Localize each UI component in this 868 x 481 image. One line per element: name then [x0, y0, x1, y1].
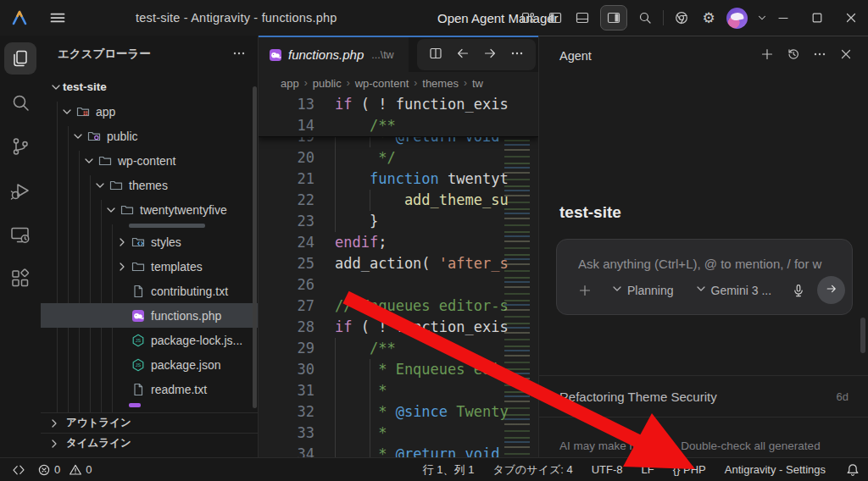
- line-number: 24: [259, 232, 314, 253]
- tree-item-label: package.json: [151, 358, 221, 372]
- line-number: 34: [259, 444, 314, 457]
- activity-extensions-icon[interactable]: [4, 263, 36, 295]
- status-tab-size[interactable]: タブのサイズ: 4: [492, 462, 572, 478]
- account-avatar[interactable]: [726, 8, 748, 29]
- status-cursor[interactable]: 行 1、列 1: [423, 462, 475, 478]
- tree-item-wp-content[interactable]: wp-content: [41, 148, 258, 173]
- tree-item-themes[interactable]: themes: [41, 173, 258, 197]
- line-number: 33: [259, 423, 314, 444]
- code-line-20: 20 */: [259, 147, 538, 169]
- activity-search-icon[interactable]: [4, 86, 36, 119]
- code-line-28: 28if ( ! function_exis: [259, 317, 538, 338]
- tree-item-public[interactable]: public: [41, 124, 258, 148]
- editor-more-actions-icon[interactable]: [510, 47, 524, 64]
- status-encoding[interactable]: UTF-8: [592, 463, 623, 476]
- toggle-bottom-panel-icon[interactable]: [573, 8, 592, 27]
- tree-item-package-lock-js-[interactable]: JSpackage-lock.js...: [41, 328, 258, 352]
- sticky-scroll: 13if ( ! function_exis14 /**: [259, 94, 538, 137]
- tree-item-functions-php[interactable]: functions.php: [41, 303, 258, 328]
- navigate-forward-icon[interactable]: [483, 47, 497, 64]
- status-language[interactable]: {} PHP: [673, 463, 706, 476]
- tab-functions-php[interactable]: functions.php ...\tw: [259, 37, 409, 72]
- breadcrumb-separator: ›: [345, 77, 352, 89]
- toggle-right-panel-icon[interactable]: [600, 5, 627, 30]
- breadcrumb-item-themes[interactable]: themes: [422, 77, 459, 90]
- tree-item-readme-txt[interactable]: readme.txt: [41, 377, 258, 401]
- breadcrumb-item-public[interactable]: public: [313, 77, 342, 90]
- code-line-33: 33 *: [259, 423, 538, 444]
- split-editor-icon[interactable]: [429, 47, 442, 64]
- line-number: 27: [259, 296, 314, 317]
- browser-icon[interactable]: [672, 8, 691, 27]
- attach-plus-icon[interactable]: [578, 284, 592, 297]
- toggle-left-panel-icon[interactable]: [546, 8, 565, 27]
- code-line-19: 19 * @return void: [259, 137, 538, 147]
- maximize-button[interactable]: [800, 0, 834, 36]
- tree-item-label: public: [107, 130, 138, 143]
- code-editor[interactable]: 13if ( ! function_exis14 /** 19 * @retur…: [259, 94, 538, 457]
- timeline-section[interactable]: タイムライン: [41, 433, 258, 453]
- code-line-22: 22 add_theme_su: [259, 190, 538, 211]
- close-panel-icon[interactable]: [839, 47, 853, 64]
- agent-input-box[interactable]: Ask anything (Ctrl+L), @ to mention, / f…: [556, 239, 853, 315]
- warning-icon: [69, 463, 82, 477]
- tree-item-app[interactable]: app: [41, 99, 258, 124]
- agent-manager-layout-icon[interactable]: [519, 8, 537, 27]
- remote-indicator-icon[interactable]: [12, 463, 25, 477]
- tree-item-test-site[interactable]: test-site: [41, 75, 258, 99]
- tree-item-contributing-txt[interactable]: contributing.txt: [41, 279, 258, 303]
- folder-icon: [131, 260, 145, 274]
- code-line-13: 13if ( ! function_exis: [259, 94, 538, 115]
- close-window-button[interactable]: [834, 0, 868, 36]
- sidebar-scrollbar[interactable]: [253, 86, 257, 408]
- breadcrumb-item-tw[interactable]: tw: [472, 77, 483, 90]
- chevron-right-icon: [47, 437, 61, 451]
- history-icon[interactable]: [787, 47, 800, 64]
- activity-remote-explorer-icon[interactable]: [4, 218, 36, 251]
- status-bar: 0 0 行 1、列 1タブのサイズ: 4UTF-8LF{} PHPAntigra…: [0, 457, 868, 481]
- agent-scrollbar[interactable]: [860, 318, 865, 353]
- tree-item-twentytwentyfive[interactable]: twentytwentyfive: [41, 197, 258, 222]
- activity-source-control-icon[interactable]: [4, 130, 36, 163]
- mode-dropdown[interactable]: Planning: [610, 282, 674, 298]
- menu-icon[interactable]: [47, 8, 68, 28]
- explorer-title: エクスプローラー: [58, 47, 151, 62]
- navigate-back-icon[interactable]: [456, 47, 470, 64]
- history-item[interactable]: Refactoring Theme Security 6d: [559, 390, 849, 404]
- minimap[interactable]: [504, 94, 530, 457]
- warning-count: 0: [86, 463, 92, 476]
- breadcrumb-item-wp-content[interactable]: wp-content: [355, 77, 409, 90]
- chevron-spacer: [115, 383, 129, 396]
- settings-gear-icon[interactable]: ⚙: [699, 8, 718, 27]
- activity-explorer-icon[interactable]: [4, 42, 36, 75]
- new-conversation-icon[interactable]: [760, 47, 774, 64]
- editor-scrollbar[interactable]: [530, 94, 538, 457]
- node-icon: JS: [131, 334, 145, 347]
- line-number: 22: [259, 190, 314, 211]
- tree-item-package-json[interactable]: JSpackage.json: [41, 352, 258, 377]
- notifications-bell-icon[interactable]: [846, 463, 860, 477]
- tab-path-hint: ...\tw: [371, 49, 393, 61]
- agent-more-actions-icon[interactable]: [813, 47, 826, 64]
- breadcrumb-item-app[interactable]: app: [281, 77, 299, 90]
- activity-run-debug-icon[interactable]: [4, 174, 36, 207]
- line-number: 19: [259, 137, 314, 147]
- send-button[interactable]: [817, 276, 845, 304]
- status-eol[interactable]: LF: [642, 463, 654, 476]
- search-icon[interactable]: [636, 8, 654, 27]
- problems-indicator[interactable]: 0 0: [37, 463, 92, 477]
- model-dropdown[interactable]: Gemini 3 ...: [694, 282, 772, 298]
- breadcrumb[interactable]: app›public›wp-content›themes›tw: [259, 72, 538, 94]
- microphone-icon[interactable]: [792, 284, 805, 297]
- outline-section[interactable]: アウトライン: [41, 412, 258, 433]
- tree-item-templates[interactable]: templates: [41, 254, 258, 279]
- explorer-more-actions-icon[interactable]: [232, 47, 246, 63]
- minimize-button[interactable]: [766, 0, 800, 36]
- clipped-tree-row: [41, 401, 258, 409]
- model-label: Gemini 3 ...: [711, 284, 772, 297]
- line-number: 29: [259, 338, 314, 359]
- line-number: 30: [259, 359, 314, 380]
- chevron-spacer: [115, 309, 129, 323]
- status-settings[interactable]: Antigravity - Settings: [725, 463, 826, 476]
- tree-item-styles[interactable]: styles: [41, 229, 258, 254]
